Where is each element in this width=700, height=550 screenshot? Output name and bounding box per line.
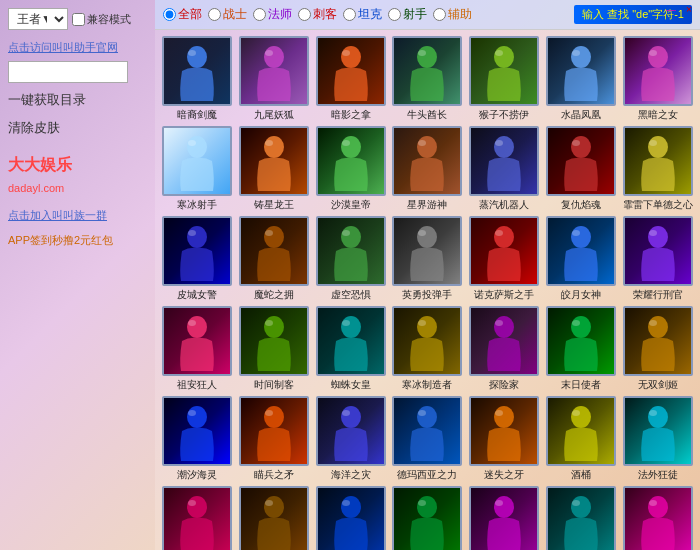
champion-silhouette (397, 39, 457, 104)
filter-label-mage: 法师 (268, 6, 292, 23)
champion-silhouette (321, 309, 381, 374)
champion-item[interactable]: 酒桶 (545, 396, 618, 482)
champion-item[interactable]: 迷失之牙 (468, 396, 541, 482)
champion-item[interactable]: 复仇焰魂 (545, 126, 618, 212)
champion-item[interactable]: 无双剑姬 (621, 306, 694, 392)
champion-item[interactable]: 潮汐海灵 (161, 396, 234, 482)
champion-avatar (392, 306, 462, 376)
champion-item[interactable]: 蒸汽机器人 (468, 126, 541, 212)
top-controls: 王者▼ 兼容模式 (8, 8, 147, 30)
filter-radio-support[interactable]: 辅助 (433, 6, 472, 23)
champion-item[interactable]: 黑暗之女 (621, 36, 694, 122)
champion-item[interactable]: 末日使者 (545, 306, 618, 392)
search-input[interactable] (8, 61, 128, 83)
champion-item[interactable]: 法外狂徒 (621, 396, 694, 482)
filter-radio-input-all[interactable] (163, 8, 176, 21)
champion-item[interactable]: 水晶凤凰 (545, 36, 618, 122)
champion-item[interactable]: 暗裔剑魔 (161, 36, 234, 122)
close-button[interactable]: × (682, 2, 696, 16)
minimize-button[interactable]: — (664, 2, 678, 16)
champion-item[interactable]: champ37 (314, 486, 387, 550)
champion-item[interactable]: 虚空恐惧 (314, 216, 387, 302)
svg-point-75 (342, 500, 350, 506)
champion-item[interactable]: 探险家 (468, 306, 541, 392)
filter-radio-input-support[interactable] (433, 8, 446, 21)
filter-label-tank: 坦克 (358, 6, 382, 23)
champion-item[interactable]: 德玛西亚之力 (391, 396, 464, 482)
champion-item[interactable]: champ36 (238, 486, 311, 550)
champion-item[interactable]: 蜘蛛女皇 (314, 306, 387, 392)
svg-point-46 (341, 316, 361, 338)
svg-point-43 (188, 320, 196, 326)
champion-item[interactable]: 时间制客 (238, 306, 311, 392)
svg-point-9 (495, 50, 503, 56)
champion-name: 铸星龙王 (254, 198, 294, 212)
svg-point-14 (187, 136, 207, 158)
visit-link[interactable]: 点击访问叫叫助手官网 (8, 40, 147, 55)
filter-radio-input-marksman[interactable] (388, 8, 401, 21)
filter-radio-input-assassin[interactable] (298, 8, 311, 21)
champion-item[interactable]: 九尾妖狐 (238, 36, 311, 122)
champion-silhouette (474, 489, 534, 551)
champion-silhouette (628, 129, 688, 194)
svg-point-0 (187, 46, 207, 68)
join-group-link[interactable]: 点击加入叫叫族一群 (8, 208, 147, 223)
svg-point-49 (418, 320, 426, 326)
champion-silhouette (244, 129, 304, 194)
compat-mode-label[interactable]: 兼容模式 (72, 12, 131, 27)
champion-item[interactable]: 祖安狂人 (161, 306, 234, 392)
champion-item[interactable]: 暗影之拿 (314, 36, 387, 122)
champion-item[interactable]: 魔蛇之拥 (238, 216, 311, 302)
champion-item[interactable]: 猴子不捞伊 (468, 36, 541, 122)
champion-item[interactable]: 牛头酋长 (391, 36, 464, 122)
champion-avatar (623, 306, 693, 376)
champion-avatar (162, 36, 232, 106)
svg-point-23 (495, 140, 503, 146)
champion-item[interactable]: champ35 (161, 486, 234, 550)
champion-item[interactable]: 寒冰射手 (161, 126, 234, 212)
filter-radio-input-tank[interactable] (343, 8, 356, 21)
svg-point-11 (572, 50, 580, 56)
filter-radio-input-warrior[interactable] (208, 8, 221, 21)
champion-item[interactable]: champ38 (391, 486, 464, 550)
champion-item[interactable]: 霏雷下单德之心 (621, 126, 694, 212)
app-sign-link[interactable]: APP签到秒撸2元红包 (8, 233, 147, 248)
champion-item[interactable]: 寒冰制造者 (391, 306, 464, 392)
champion-item[interactable]: 星界游神 (391, 126, 464, 212)
champion-item[interactable]: 荣耀行刑官 (621, 216, 694, 302)
champion-item[interactable]: 沙漠皇帝 (314, 126, 387, 212)
get-dir-button[interactable]: 一键获取目录 (8, 89, 147, 111)
filter-radio-mage[interactable]: 法师 (253, 6, 292, 23)
champion-avatar (239, 486, 309, 550)
champion-item[interactable]: 皎月女神 (545, 216, 618, 302)
champion-item[interactable]: champ41 (621, 486, 694, 550)
champion-item[interactable]: 铸星龙王 (238, 126, 311, 212)
filter-radio-warrior[interactable]: 战士 (208, 6, 247, 23)
champion-item[interactable]: 海洋之灾 (314, 396, 387, 482)
champion-name: 暗裔剑魔 (177, 108, 217, 122)
champion-item[interactable]: 皮城女警 (161, 216, 234, 302)
filter-radio-all[interactable]: 全部 (163, 6, 202, 23)
clear-skin-button[interactable]: 清除皮肤 (8, 117, 147, 139)
game-select[interactable]: 王者▼ (8, 8, 68, 30)
champion-avatar (392, 36, 462, 106)
svg-point-45 (265, 320, 273, 326)
svg-point-79 (495, 500, 503, 506)
champion-item[interactable]: 瞄兵之矛 (238, 396, 311, 482)
champion-avatar (316, 36, 386, 106)
filter-radios: 全部战士法师刺客坦克射手辅助 (163, 6, 472, 23)
filter-radio-assassin[interactable]: 刺客 (298, 6, 337, 23)
champion-avatar (546, 216, 616, 286)
filter-radio-tank[interactable]: 坦克 (343, 6, 382, 23)
svg-point-39 (572, 230, 580, 236)
filter-radio-input-mage[interactable] (253, 8, 266, 21)
champion-item[interactable]: 诺克萨斯之手 (468, 216, 541, 302)
compat-mode-checkbox[interactable] (72, 13, 85, 26)
filter-radio-marksman[interactable]: 射手 (388, 6, 427, 23)
champion-silhouette (397, 309, 457, 374)
svg-point-15 (188, 140, 196, 146)
champion-item[interactable]: champ39 (468, 486, 541, 550)
champion-item[interactable]: champ40 (545, 486, 618, 550)
champion-item[interactable]: 英勇投弹手 (391, 216, 464, 302)
champion-silhouette (474, 399, 534, 464)
